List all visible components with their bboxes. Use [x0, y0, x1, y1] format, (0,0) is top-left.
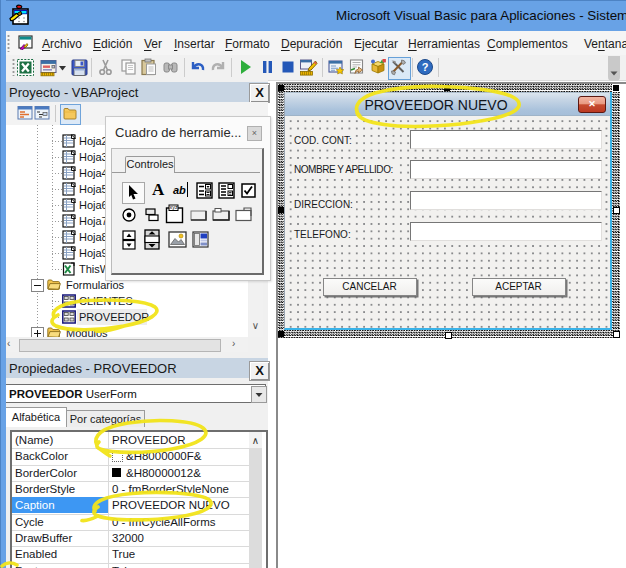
svg-text:?: ? — [422, 61, 429, 73]
svg-text:xyz: xyz — [170, 204, 179, 210]
